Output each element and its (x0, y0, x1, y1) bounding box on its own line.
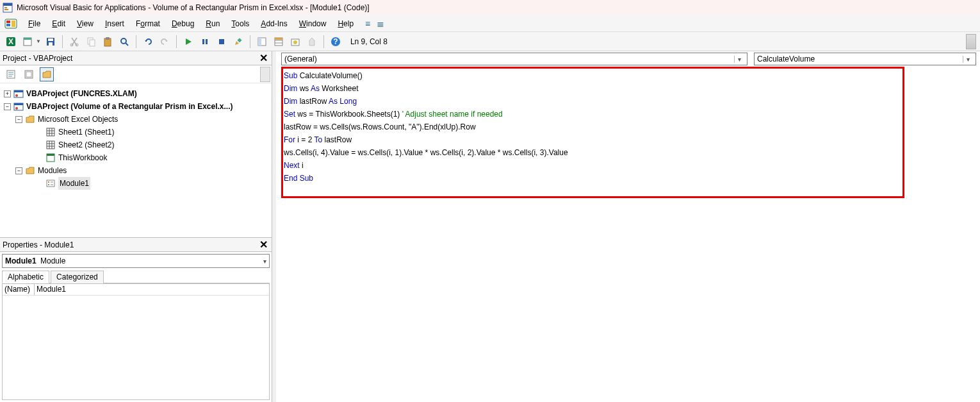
chevron-down-icon: ▾ (263, 258, 266, 265)
svg-rect-2 (4, 7, 7, 8)
tab-alphabetic[interactable]: Alphabetic (2, 271, 49, 283)
menu-tools[interactable]: Tools (226, 17, 254, 30)
expand-icon[interactable]: + (4, 90, 11, 97)
menu-bar: File Edit View Insert Format Debug Run T… (0, 15, 980, 32)
view-code-button[interactable] (4, 67, 18, 81)
project-explorer-button[interactable] (255, 35, 269, 49)
sheet-icon (45, 127, 56, 137)
indent-icon[interactable]: ≡ (365, 19, 370, 29)
project-icon (13, 88, 24, 99)
object-combo-value: (General) (284, 54, 317, 63)
tree-module1[interactable]: Module1 (3, 177, 269, 190)
tree-folder-excel-objects[interactable]: − Microsoft Excel Objects (3, 113, 269, 126)
svg-rect-60 (47, 180, 54, 187)
break-button[interactable] (198, 35, 212, 49)
svg-rect-43 (14, 90, 23, 92)
properties-grid[interactable]: (Name) Module1 (2, 283, 270, 400)
collapse-icon[interactable]: − (15, 116, 22, 123)
svg-rect-12 (48, 38, 53, 41)
object-browser-button[interactable] (288, 35, 302, 49)
svg-rect-59 (47, 154, 54, 156)
svg-point-44 (15, 94, 18, 97)
workbook-icon (45, 153, 56, 163)
svg-rect-25 (237, 38, 241, 42)
menu-format[interactable]: Format (131, 17, 165, 30)
svg-text:X: X (8, 37, 13, 46)
project-panel-title: Project - VBAProject (3, 54, 72, 63)
svg-rect-22 (202, 39, 204, 44)
tree-sheet1[interactable]: Sheet1 (Sheet1) (3, 126, 269, 138)
standard-toolbar: X ▼ ? Ln 9, Col 8 (0, 32, 980, 51)
toolbox-button[interactable] (305, 35, 319, 49)
tree-label: VBAProject (Volume of a Rectangular Pris… (26, 100, 233, 113)
project-toolbar (0, 65, 272, 83)
save-button[interactable] (44, 35, 58, 49)
property-row-name[interactable]: (Name) Module1 (3, 284, 269, 296)
tree-folder-modules[interactable]: − Modules (3, 164, 269, 177)
copy-button[interactable] (84, 35, 98, 49)
project-icon (13, 101, 24, 112)
svg-rect-31 (275, 38, 282, 40)
tree-label: Modules (38, 164, 67, 177)
svg-rect-17 (90, 40, 95, 46)
undo-button[interactable] (141, 35, 155, 49)
folder-icon (25, 114, 35, 124)
menu-insert[interactable]: Insert (100, 17, 129, 30)
help-button[interactable]: ? (329, 35, 343, 49)
properties-panel-title: Properties - Module1 (3, 240, 74, 249)
menu-edit[interactable]: Edit (47, 17, 70, 30)
project-panel-close-button[interactable]: ✕ (257, 52, 269, 64)
svg-point-61 (48, 181, 49, 183)
svg-rect-41 (26, 72, 31, 77)
menu-help[interactable]: Help (332, 17, 359, 30)
svg-rect-5 (6, 21, 10, 23)
menu-file[interactable]: File (23, 17, 45, 30)
collapse-icon[interactable]: − (15, 167, 22, 174)
collapse-icon[interactable]: − (4, 103, 11, 110)
properties-panel-close-button[interactable]: ✕ (257, 239, 269, 251)
insert-button[interactable] (20, 35, 35, 49)
tab-categorized[interactable]: Categorized (51, 271, 104, 283)
paste-button[interactable] (101, 35, 115, 49)
menu-view[interactable]: View (72, 17, 99, 30)
properties-panel-header: Properties - Module1 ✕ (0, 238, 272, 252)
svg-point-47 (15, 107, 18, 110)
menu-run[interactable]: Run (200, 17, 225, 30)
tree-thisworkbook[interactable]: ThisWorkbook (3, 151, 269, 164)
toggle-folders-button[interactable] (40, 67, 54, 81)
svg-rect-53 (47, 141, 54, 149)
design-mode-button[interactable] (231, 35, 245, 49)
find-button[interactable] (117, 35, 131, 49)
property-key: (Name) (3, 284, 35, 295)
properties-tabs: Alphabetic Categorized (2, 270, 270, 283)
module-icon (45, 178, 56, 188)
tree-project-funcres[interactable]: + VBAProject (FUNCRES.XLAM) (3, 87, 269, 100)
menu-window[interactable]: Window (294, 17, 332, 30)
code-editor[interactable]: Sub CalculateVolume() Dim ws As Workshee… (284, 69, 974, 396)
project-panel-header: Project - VBAProject ✕ (0, 51, 272, 65)
svg-rect-6 (6, 24, 10, 26)
object-combobox[interactable]: (General) ▾ (281, 53, 747, 65)
svg-rect-19 (106, 37, 110, 40)
view-object-button[interactable] (22, 67, 36, 81)
outdent-icon[interactable]: ≣ (377, 19, 384, 29)
svg-text:?: ? (333, 37, 338, 46)
tree-project-volume[interactable]: − VBAProject (Volume of a Rectangular Pr… (3, 100, 269, 113)
run-button[interactable] (181, 35, 195, 49)
reset-button[interactable] (215, 35, 229, 49)
menu-debug[interactable]: Debug (167, 17, 199, 30)
properties-button[interactable] (272, 35, 286, 49)
cut-button[interactable] (67, 35, 81, 49)
property-value[interactable]: Module1 (35, 284, 269, 295)
project-tree[interactable]: + VBAProject (FUNCRES.XLAM) − VBAProject… (0, 83, 272, 237)
properties-object-dropdown[interactable]: Module1 Module ▾ (2, 254, 270, 268)
redo-button[interactable] (158, 35, 172, 49)
procedure-combo-value: CalculateVolume (757, 54, 815, 63)
view-excel-button[interactable]: X (4, 35, 18, 49)
insert-dropdown-icon[interactable]: ▼ (36, 38, 41, 44)
svg-line-21 (126, 43, 128, 46)
menu-addins[interactable]: Add-Ins (256, 17, 292, 30)
procedure-combobox[interactable]: CalculateVolume ▾ (754, 53, 976, 65)
svg-point-20 (121, 38, 126, 44)
tree-sheet2[interactable]: Sheet2 (Sheet2) (3, 138, 269, 151)
